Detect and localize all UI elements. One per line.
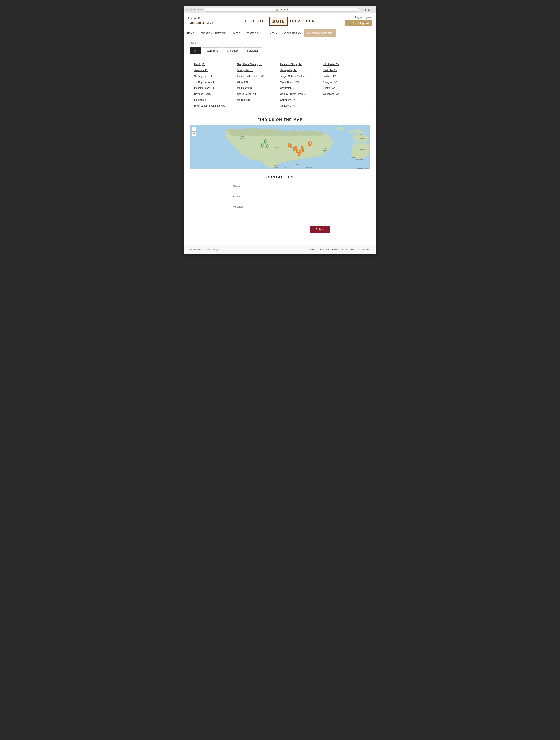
cart-icon: 🛒 xyxy=(348,22,352,25)
list-item[interactable]: Faneuil Hall - Boston, MA xyxy=(237,75,280,78)
footer-link-gifts[interactable]: Gifts xyxy=(342,249,347,251)
list-item[interactable]: Coligny - Hilton Head, SC xyxy=(280,93,323,96)
svg-text:Ireland: Ireland xyxy=(361,131,365,132)
contact-section-title: CONTACT US xyxy=(190,175,370,179)
signup-link[interactable]: Sign up xyxy=(364,16,372,19)
back-button[interactable]: ‹ xyxy=(197,8,200,12)
cart-label: Shopping cart xyxy=(353,22,369,25)
svg-text:North: North xyxy=(324,148,327,150)
browser-toolbar: ‹ › 🔒 bgie.com ↺ ⬆ ⊞ + xyxy=(184,6,376,13)
svg-text:Puerto Rico: Puerto Rico xyxy=(306,167,312,168)
svg-text:Mexico: Mexico xyxy=(282,168,286,169)
svg-text:Pacific: Pacific xyxy=(241,137,245,139)
login-link[interactable]: Log in xyxy=(355,16,362,19)
list-item[interactable]: Peddlers Village, PA xyxy=(280,63,323,66)
zoom-out-button[interactable]: − xyxy=(192,131,196,136)
nav-item-frames[interactable]: FRAMES ONLY xyxy=(243,29,266,37)
list-item[interactable]: Daytona Beach, FL xyxy=(194,93,237,96)
list-item[interactable]: Wheatland, WY xyxy=(323,93,366,96)
filter-tab-seasonal[interactable]: Seasonal xyxy=(243,48,262,54)
svg-text:Ocean: Ocean xyxy=(323,151,328,153)
list-item[interactable]: River Street - Savannah, GA xyxy=(194,104,237,108)
address-bar[interactable]: 🔒 bgie.com xyxy=(205,8,359,12)
name-input[interactable] xyxy=(230,183,330,190)
message-input[interactable] xyxy=(230,203,330,223)
list-item[interactable]: Shelbyville, KY xyxy=(237,69,280,72)
list-item[interactable]: Fairfield, TX xyxy=(323,75,366,78)
nav-item-gifts[interactable]: GIFTS xyxy=(230,29,243,37)
map-container[interactable]: + − xyxy=(190,125,370,169)
footer-links: Home Create Your Artwork Gifts Blog Cont… xyxy=(309,249,370,251)
list-item[interactable]: Lakeland, FL xyxy=(194,99,237,102)
list-item[interactable]: Morristown, NJ xyxy=(237,87,280,90)
svg-text:Ocean: Ocean xyxy=(241,139,245,141)
list-item[interactable]: Tin City - Naples, FL xyxy=(194,81,237,84)
nav-item-create[interactable]: CREATE MY ARTWORK xyxy=(197,29,230,37)
footer-link-blog[interactable]: Blog xyxy=(351,249,355,251)
contact-form: Submit xyxy=(230,183,330,233)
minimize-button[interactable] xyxy=(190,8,192,11)
list-item[interactable]: Nashville, TN xyxy=(323,69,366,72)
list-item[interactable]: Myrtle Beach, SC xyxy=(280,81,323,84)
nav-item-contact[interactable]: CONTACT/LOCATIONS xyxy=(304,29,336,37)
zoom-in-button[interactable]: + xyxy=(192,127,196,131)
svg-text:| Map data © Google: | Map data © Google xyxy=(356,167,369,169)
reload-button[interactable]: ↺ xyxy=(361,8,363,11)
twitter-icon[interactable]: 𝕏 xyxy=(191,17,193,20)
nav-item-home[interactable]: HOME xyxy=(184,29,197,37)
footer-link-create[interactable]: Create Your Artwork xyxy=(318,249,338,251)
location-col-2: Navy Pier - Chicago, IL Shelbyville, KY … xyxy=(237,63,280,108)
svg-point-27 xyxy=(296,151,298,152)
maximize-button[interactable] xyxy=(193,8,196,11)
list-item[interactable]: Beach Haven, NJ xyxy=(237,93,280,96)
title-right: IDEA EVER xyxy=(290,19,315,23)
facebook-icon[interactable]: f xyxy=(188,17,189,20)
list-item[interactable]: Kingsport, TN xyxy=(280,104,323,108)
list-item[interactable]: Charleston, SC xyxy=(280,87,323,90)
breadcrumb[interactable]: Home xyxy=(190,41,370,44)
filter-tabs: All Storefront Gift Shop Seasonal xyxy=(190,48,370,54)
list-item[interactable]: Medina, OH xyxy=(237,99,280,102)
list-item[interactable]: St. Augustine, FL xyxy=(194,75,237,78)
svg-text:Gulf of: Gulf of xyxy=(282,167,286,168)
list-item[interactable]: Harleysville, PA xyxy=(280,69,323,72)
lock-icon: 🔒 xyxy=(276,9,278,11)
nav-item-about[interactable]: ABOUT US/FAQ xyxy=(280,29,304,37)
add-tab-button[interactable]: + xyxy=(372,8,374,11)
header-left: f 𝕏 ◎ P 1-800-BGIE-123 xyxy=(188,17,213,25)
phone-number[interactable]: 1-800-BGIE-123 xyxy=(188,21,213,25)
svg-text:United States: United States xyxy=(273,147,283,149)
list-item[interactable]: Navy Pier - Chicago, IL xyxy=(237,63,280,66)
footer-link-home[interactable]: Home xyxy=(309,249,314,251)
footer-link-contact[interactable]: Contact Us xyxy=(359,249,370,251)
list-item[interactable]: Tanger Outlets-Bluffton, SC xyxy=(280,75,323,78)
list-item[interactable]: Madeira Beach, FL xyxy=(194,87,237,90)
list-item[interactable]: Winchester, TN xyxy=(323,63,366,66)
social-icons: f 𝕏 ◎ P xyxy=(188,17,213,20)
filter-tab-all[interactable]: All xyxy=(190,48,201,54)
list-item[interactable]: Destin, FL xyxy=(194,63,237,66)
nav-item-media[interactable]: MEDIA xyxy=(266,29,280,37)
forward-button[interactable]: › xyxy=(200,8,203,12)
filter-tab-storefront[interactable]: Storefront xyxy=(202,48,222,54)
map-section: FIND US ON THE MAP + − xyxy=(190,118,370,169)
email-input[interactable] xyxy=(230,193,330,200)
pinterest-icon[interactable]: P xyxy=(198,17,200,20)
list-item[interactable]: Seattle, WA xyxy=(323,87,366,90)
list-item[interactable]: Abingdon, VA xyxy=(323,81,366,84)
submit-button[interactable]: Submit xyxy=(310,226,330,233)
svg-text:Spain: Spain xyxy=(360,134,364,135)
cart-button[interactable]: 🛒 Shopping cart xyxy=(345,20,372,26)
share-button[interactable]: ⬆ xyxy=(364,8,367,11)
instagram-icon[interactable]: ◎ xyxy=(194,17,197,20)
close-button[interactable] xyxy=(186,8,189,11)
list-item[interactable]: Biloxi, MS xyxy=(237,81,280,84)
list-item[interactable]: Gatlinburg, TN xyxy=(280,99,323,102)
new-tab-button[interactable]: ⊞ xyxy=(368,8,370,11)
svg-text:Algeria: Algeria xyxy=(358,154,362,155)
main-content: Home All Storefront Gift Shop Seasonal D… xyxy=(184,37,376,245)
list-item[interactable]: Sarasota, FL xyxy=(194,69,237,72)
filter-tab-gift-shop[interactable]: Gift Shop xyxy=(223,48,242,54)
svg-point-26 xyxy=(267,146,268,147)
svg-text:Caribbean Sea: Caribbean Sea xyxy=(289,169,295,169)
